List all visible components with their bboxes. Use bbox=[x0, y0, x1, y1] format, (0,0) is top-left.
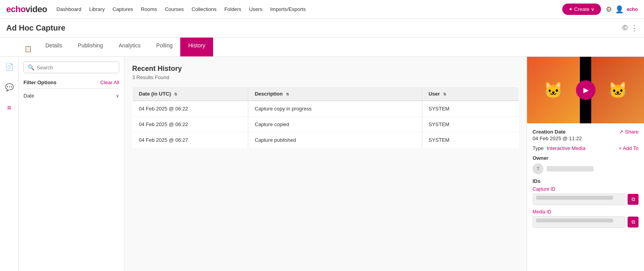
creation-date-row: Creation Date 04 Feb 2025 @ 11:22 ↗ Shar… bbox=[533, 129, 639, 141]
sort-desc-icon: ⇅ bbox=[286, 92, 289, 96]
search-input[interactable] bbox=[37, 65, 115, 70]
cell-description: Capture copy in progress bbox=[248, 101, 422, 117]
nav-rooms[interactable]: Rooms bbox=[141, 6, 157, 12]
settings-icon[interactable]: ⚙ bbox=[606, 5, 612, 14]
type-label: Type bbox=[533, 145, 544, 151]
table-header-row: Date (in UTC) ⇅ Description ⇅ User ⇅ bbox=[133, 87, 519, 101]
play-button[interactable] bbox=[576, 80, 596, 100]
logo[interactable]: echovideo bbox=[6, 4, 47, 14]
user-icon[interactable]: 👤 bbox=[615, 5, 624, 14]
tab-details[interactable]: Details bbox=[38, 38, 70, 56]
page-header-icons: © ⋮ bbox=[622, 24, 638, 33]
right-panel-info: Creation Date 04 Feb 2025 @ 11:22 ↗ Shar… bbox=[527, 123, 644, 237]
type-value: Interactive Media bbox=[547, 145, 585, 151]
page-header: Ad Hoc Capture © ⋮ bbox=[0, 19, 644, 38]
sidebar-capture-icon[interactable]: 📋 bbox=[21, 42, 35, 56]
nav-imports-exports[interactable]: Imports/Exports bbox=[270, 6, 306, 12]
search-icon: 🔍 bbox=[28, 64, 34, 70]
cell-date: 04 Feb 2025 @ 06:27 bbox=[133, 132, 248, 148]
search-box: 🔍 bbox=[23, 61, 119, 73]
col-description-header[interactable]: Description ⇅ bbox=[248, 87, 422, 101]
filter-options-label: Filter Options bbox=[23, 79, 57, 85]
tab-polling[interactable]: Polling bbox=[148, 38, 180, 56]
table-row: 04 Feb 2025 @ 06:27 Capture published SY… bbox=[133, 132, 519, 148]
media-id-label: Media ID bbox=[533, 209, 639, 215]
nav-links: Dashboard Library Captures Rooms Courses… bbox=[56, 6, 562, 12]
thumbnail-right: 🐱 bbox=[591, 57, 644, 123]
ids-label: IDs bbox=[533, 178, 639, 184]
media-id-blur bbox=[536, 219, 613, 222]
create-button[interactable]: ✦ Create ∨ bbox=[562, 4, 601, 15]
sidebar-list-icon[interactable]: ≡ bbox=[2, 101, 16, 115]
right-panel: 🐱 🐱 Creation Date 04 Feb 2025 @ 11:22 ↗ … bbox=[527, 57, 644, 271]
type-row: Type Interactive Media + Add To bbox=[533, 145, 639, 151]
copyright-icon[interactable]: © bbox=[622, 24, 628, 33]
cell-description: Capture published bbox=[248, 132, 422, 148]
filter-panel: 🔍 Filter Options Clear All Date ∨ bbox=[19, 57, 124, 271]
history-table: Date (in UTC) ⇅ Description ⇅ User ⇅ 04 … bbox=[132, 87, 519, 148]
copy-media-id-button[interactable]: ⧉ bbox=[628, 217, 639, 228]
sort-user-icon: ⇅ bbox=[443, 92, 446, 96]
date-filter-chevron-icon: ∨ bbox=[116, 93, 119, 99]
table-row: 04 Feb 2025 @ 06:22 Capture copy in prog… bbox=[133, 101, 519, 117]
cell-user: SYSTEM bbox=[422, 132, 518, 148]
tab-history[interactable]: History bbox=[180, 38, 213, 56]
more-options-icon[interactable]: ⋮ bbox=[631, 24, 638, 33]
section-title: Recent History bbox=[132, 65, 519, 73]
media-id-row: ⧉ bbox=[533, 216, 639, 228]
nav-collections[interactable]: Collections bbox=[192, 6, 217, 12]
copy-capture-id-button[interactable]: ⧉ bbox=[628, 194, 639, 205]
cell-user: SYSTEM bbox=[422, 101, 518, 117]
nav-users[interactable]: Users bbox=[249, 6, 262, 12]
owner-avatar: T bbox=[533, 163, 544, 174]
nav-library[interactable]: Library bbox=[89, 6, 105, 12]
sidebar-capture-list-icon[interactable]: 📄 bbox=[2, 60, 16, 74]
col-date-header[interactable]: Date (in UTC) ⇅ bbox=[133, 87, 248, 101]
video-preview: 🐱 🐱 bbox=[527, 57, 644, 123]
col-user-header[interactable]: User ⇅ bbox=[422, 87, 518, 101]
cell-description: Capture copied bbox=[248, 117, 422, 132]
content-area: Recent History 3 Results Found Date (in … bbox=[124, 57, 527, 271]
nav-folders[interactable]: Folders bbox=[224, 6, 241, 12]
tab-analytics[interactable]: Analytics bbox=[111, 38, 148, 56]
nav-courses[interactable]: Courses bbox=[165, 6, 184, 12]
owner-section: Owner T bbox=[533, 155, 639, 174]
share-button[interactable]: ↗ Share bbox=[619, 129, 639, 135]
capture-id-row: ⧉ bbox=[533, 193, 639, 205]
clear-all-button[interactable]: Clear All bbox=[100, 79, 119, 85]
share-icon: ↗ bbox=[619, 129, 623, 135]
tab-bar: 📋 Details Publishing Analytics Polling H… bbox=[0, 38, 644, 57]
thumbnail-left: 🐱 bbox=[527, 57, 580, 123]
date-filter[interactable]: Date ∨ bbox=[23, 89, 119, 103]
page-title: Ad Hoc Capture bbox=[6, 23, 622, 33]
media-id-field bbox=[533, 216, 625, 228]
creation-date-label: Creation Date bbox=[533, 129, 582, 135]
sidebar-comment-icon[interactable]: 💬 bbox=[2, 80, 16, 94]
ids-section: IDs Capture ID ⧉ Media ID ⧉ bbox=[533, 178, 639, 228]
cell-date: 04 Feb 2025 @ 06:22 bbox=[133, 117, 248, 132]
add-to-button[interactable]: + Add To bbox=[619, 145, 639, 151]
left-sidebar: 📄 💬 ≡ bbox=[0, 57, 19, 271]
top-nav: echovideo Dashboard Library Captures Roo… bbox=[0, 0, 644, 19]
nav-dashboard[interactable]: Dashboard bbox=[56, 6, 81, 12]
filter-header: Filter Options Clear All bbox=[23, 79, 119, 85]
capture-id-blur bbox=[536, 196, 613, 200]
cell-user: SYSTEM bbox=[422, 117, 518, 132]
owner-name bbox=[547, 166, 594, 172]
cell-date: 04 Feb 2025 @ 06:22 bbox=[133, 101, 248, 117]
creation-date-block: Creation Date 04 Feb 2025 @ 11:22 bbox=[533, 129, 582, 141]
sort-date-icon: ⇅ bbox=[174, 92, 177, 96]
nav-icons: ⚙ 👤 echo bbox=[606, 5, 638, 14]
nav-captures[interactable]: Captures bbox=[113, 6, 133, 12]
owner-label: Owner bbox=[533, 155, 639, 161]
date-filter-label: Date bbox=[23, 93, 34, 99]
creation-date-value: 04 Feb 2025 @ 11:22 bbox=[533, 136, 582, 141]
echo-icon[interactable]: echo bbox=[627, 7, 638, 12]
tab-publishing[interactable]: Publishing bbox=[70, 38, 111, 56]
capture-id-field bbox=[533, 193, 625, 205]
capture-id-label: Capture ID bbox=[533, 186, 639, 192]
table-row: 04 Feb 2025 @ 06:22 Capture copied SYSTE… bbox=[133, 117, 519, 132]
owner-row: T bbox=[533, 163, 639, 174]
results-count: 3 Results Found bbox=[132, 74, 519, 80]
main-layout: 📄 💬 ≡ 🔍 Filter Options Clear All Date ∨ … bbox=[0, 57, 644, 271]
